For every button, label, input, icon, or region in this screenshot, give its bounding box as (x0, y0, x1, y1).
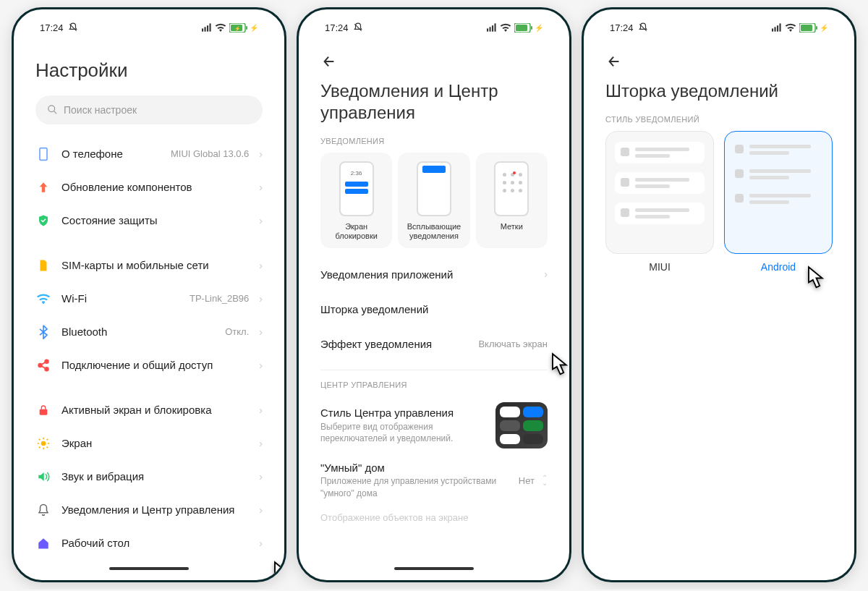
mute-icon (638, 22, 648, 33)
svg-rect-22 (772, 28, 773, 31)
settings-item[interactable]: SIM-карты и мобильные сети › (35, 249, 263, 282)
item-label: SIM-карты и мобильные сети (61, 259, 249, 271)
svg-rect-1 (205, 27, 206, 31)
settings-item[interactable]: Уведомления и Центр управления › (35, 493, 263, 527)
charge-icon: ⚡ (820, 24, 828, 32)
phone-3: 17:24 ⚡ Шторка уведомлений СТИЛЬ УВЕДОМЛ… (582, 7, 856, 582)
sun-icon (35, 435, 51, 451)
lock-icon (35, 402, 51, 418)
settings-item[interactable]: Активный экран и блокировка › (35, 394, 263, 427)
battery-icon (514, 23, 533, 33)
status-bar: 17:24 ⚡ ⚡ (20, 15, 278, 40)
search-icon (47, 104, 58, 115)
chevron-right-icon: › (544, 268, 548, 280)
chevron-right-icon: › (259, 360, 263, 371)
svg-rect-27 (801, 25, 812, 31)
item-label: Уведомления и Центр управления (61, 503, 249, 516)
wifi-status-icon (500, 23, 511, 32)
wifi-status-icon (785, 23, 796, 32)
settings-title: Настройки (35, 59, 263, 82)
back-button[interactable] (320, 53, 338, 70)
status-time: 17:24 (325, 22, 349, 33)
item-control-center-style[interactable]: Стиль Центра управления Выберите вид ото… (320, 396, 548, 454)
chevron-right-icon: › (259, 504, 263, 516)
item-value: MIUI Global 13.0.6 (171, 148, 249, 159)
item-value: Откл. (225, 326, 249, 337)
item-label: О телефоне (61, 148, 161, 160)
sim-icon (35, 258, 51, 273)
chevron-right-icon: › (259, 537, 263, 549)
wifi-status-icon (215, 23, 226, 32)
settings-item[interactable]: Рабочий стол › (35, 527, 263, 560)
svg-rect-16 (490, 27, 491, 31)
settings-item[interactable]: Wi-Fi TP-Link_2B96 › (35, 282, 263, 315)
item-label: Подключение и общий доступ (61, 359, 249, 371)
card-popup[interactable]: Всплывающие уведомления (398, 153, 469, 248)
speaker-icon (35, 469, 51, 485)
svg-rect-6 (246, 26, 247, 30)
chevron-right-icon: › (259, 215, 263, 226)
nav-indicator[interactable] (394, 567, 474, 570)
back-button[interactable] (605, 53, 623, 70)
card-badges[interactable]: Метки (476, 153, 548, 248)
chevron-right-icon: › (259, 438, 263, 449)
cut-off-text: Отображение объектов на экране (320, 512, 548, 523)
signal-icon (202, 23, 212, 32)
item-label: Рабочий стол (61, 537, 249, 549)
charge-icon: ⚡ (250, 24, 258, 32)
svg-rect-15 (487, 28, 488, 31)
item-notification-shade[interactable]: Шторка уведомлений (320, 292, 548, 326)
control-center-preview (495, 402, 548, 448)
item-app-notifications[interactable]: Уведомления приложений › (320, 257, 548, 292)
charge-icon: ⚡ (535, 24, 543, 32)
chevron-right-icon: › (259, 404, 263, 416)
nav-indicator[interactable] (109, 567, 189, 570)
battery-icon: ⚡ (229, 23, 248, 33)
chevron-right-icon: › (259, 326, 263, 338)
status-bar: 17:24 ⚡ (590, 15, 848, 40)
phone-1: 17:24 ⚡ ⚡ Настройки Поиск настроек О тел… (12, 7, 286, 582)
search-input[interactable]: Поиск настроек (35, 95, 263, 124)
share-icon (35, 357, 51, 373)
style-option-miui[interactable]: MIUI (605, 131, 714, 273)
page-title: Шторка уведомлений (605, 80, 833, 102)
item-label: Обновление компонентов (61, 181, 249, 193)
status-bar: 17:24 ⚡ (305, 15, 563, 40)
search-placeholder: Поиск настроек (64, 104, 137, 116)
style-option-android[interactable]: Android (724, 131, 833, 273)
phone-icon (35, 146, 51, 162)
settings-item[interactable]: Подключение и общий доступ › (35, 349, 263, 382)
svg-rect-13 (40, 409, 48, 414)
chevron-right-icon: › (259, 182, 263, 193)
mute-icon (353, 22, 363, 33)
item-label: Звук и вибрация (61, 470, 249, 482)
item-value: TP-Link_2B96 (190, 293, 249, 304)
svg-rect-3 (210, 23, 211, 31)
settings-item[interactable]: Состояние защиты › (35, 204, 263, 237)
section-notifications: УВЕДОМЛЕНИЯ (320, 137, 548, 145)
wifi-icon (35, 291, 51, 307)
updown-icon: ⌃⌄ (542, 475, 548, 485)
signal-icon (772, 23, 782, 32)
mute-icon (68, 22, 78, 33)
settings-item[interactable]: Обновление компонентов › (35, 171, 263, 204)
settings-item[interactable]: Звук и вибрация › (35, 460, 263, 493)
status-time: 17:24 (610, 22, 634, 33)
page-title: Уведомления и Центр управления (320, 80, 548, 124)
section-notification-style: СТИЛЬ УВЕДОМЛЕНИЙ (605, 115, 833, 124)
chevron-right-icon: › (259, 471, 263, 482)
card-lockscreen[interactable]: 2:36 Экран блокировки (320, 153, 392, 248)
signal-icon (487, 23, 497, 32)
bluetooth-icon (35, 324, 51, 340)
settings-item[interactable]: О телефоне MIUI Global 13.0.6 › (35, 137, 263, 171)
svg-rect-0 (202, 28, 203, 31)
svg-rect-21 (531, 26, 532, 30)
settings-item[interactable]: Экран › (35, 427, 263, 460)
chevron-right-icon: › (259, 293, 263, 305)
item-smart-home[interactable]: "Умный" дом Приложение для управления ус… (320, 454, 548, 506)
phone-2: 17:24 ⚡ Уведомления и Центр управления У… (297, 7, 571, 582)
svg-point-8 (48, 106, 55, 112)
settings-item[interactable]: Bluetooth Откл. › (35, 315, 263, 349)
item-notification-effect[interactable]: Эффект уведомления Включать экран (320, 326, 548, 361)
svg-rect-24 (777, 25, 778, 31)
